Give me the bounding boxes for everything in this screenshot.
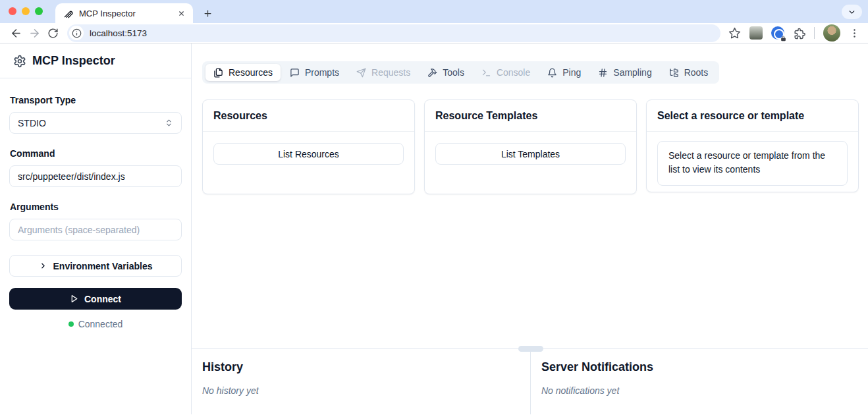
browser-toolbar: localhost:5173 (0, 23, 868, 43)
terminal-icon (481, 68, 491, 78)
tab-prompts[interactable]: Prompts (282, 64, 347, 81)
close-window-button[interactable] (9, 7, 16, 15)
back-icon[interactable] (7, 24, 25, 42)
tab-tools[interactable]: Tools (420, 64, 472, 81)
history-empty-text: No history yet (202, 385, 520, 396)
sidebar: MCP Inspector Transport Type STDIO Comma… (0, 43, 192, 414)
tab-label: Requests (371, 67, 410, 78)
arguments-label: Arguments (10, 202, 182, 212)
reload-icon[interactable] (43, 24, 62, 42)
address-bar[interactable]: localhost:5173 (67, 24, 720, 42)
tab-console[interactable]: Console (474, 64, 538, 81)
list-resources-button[interactable]: List Resources (213, 143, 404, 165)
tab-roots[interactable]: Roots (661, 64, 717, 81)
folder-tree-icon (669, 68, 679, 78)
minimize-window-button[interactable] (22, 7, 30, 15)
tab-sampling[interactable]: Sampling (590, 64, 659, 81)
command-label: Command (10, 148, 182, 159)
window-controls[interactable] (9, 7, 43, 15)
send-icon (356, 68, 366, 78)
forward-icon[interactable] (25, 24, 43, 42)
tab-label: Prompts (305, 67, 339, 78)
arguments-input[interactable] (9, 219, 182, 240)
maximize-window-button[interactable] (35, 7, 43, 15)
url-text[interactable]: localhost:5173 (90, 28, 147, 38)
connect-button[interactable]: Connect (9, 288, 182, 310)
resource-templates-panel: Resource Templates List Templates (424, 99, 637, 194)
message-square-icon (290, 68, 300, 78)
connect-label: Connect (84, 294, 121, 304)
lock-icon (780, 36, 786, 42)
onepassword-extension-icon[interactable] (771, 26, 784, 40)
tab-resources[interactable]: Resources (205, 64, 281, 81)
hammer-icon (427, 68, 437, 78)
hash-icon (598, 68, 608, 78)
transport-type-value: STDIO (18, 118, 46, 128)
chevrons-up-down-icon (165, 119, 173, 127)
play-icon (70, 294, 78, 303)
tab-label: Sampling (613, 67, 651, 78)
connected-dot-icon (68, 321, 74, 327)
app-title: MCP Inspector (32, 54, 115, 68)
new-tab-button[interactable] (199, 5, 216, 22)
main-tab-bar: Resources Prompts (202, 61, 719, 84)
list-templates-button[interactable]: List Templates (435, 143, 626, 165)
resources-panel-title: Resources (203, 100, 414, 132)
site-info-icon[interactable] (69, 26, 84, 40)
history-title: History (202, 360, 520, 374)
resize-drag-handle[interactable] (518, 346, 543, 352)
browser-tab[interactable]: MCP Inspector (55, 3, 193, 23)
mcp-logo-favicon (63, 8, 74, 18)
tab-label: Tools (443, 67, 464, 78)
tab-close-icon[interactable] (175, 7, 187, 19)
profile-avatar[interactable] (823, 24, 840, 42)
resource-viewer-panel: Select a resource or template Select a r… (646, 99, 859, 192)
bell-icon (547, 68, 557, 78)
chevron-right-icon (39, 262, 47, 270)
tab-requests[interactable]: Requests (348, 64, 418, 81)
command-input[interactable] (9, 165, 182, 187)
tab-label: Roots (684, 67, 709, 78)
connection-status: Connected (9, 319, 182, 329)
bookmark-star-icon[interactable] (728, 27, 741, 40)
tab-label: Console (497, 67, 530, 78)
browser-tab-title: MCP Inspector (79, 9, 170, 18)
toolbar-separator (814, 27, 815, 39)
server-notifications-panel: Server Notifications No notifications ye… (531, 349, 868, 414)
server-notifications-title: Server Notifications (541, 360, 857, 374)
history-panel: History No history yet (192, 349, 531, 414)
resources-panel: Resources List Resources (202, 99, 415, 194)
browser-menu-icon[interactable] (849, 28, 860, 39)
resource-viewer-title: Select a resource or template (647, 100, 858, 132)
gear-icon (13, 55, 26, 68)
tab-label: Resources (229, 67, 273, 78)
environment-variables-button[interactable]: Environment Variables (9, 255, 182, 277)
tab-ping[interactable]: Ping (539, 64, 589, 81)
tab-search-chevron-button[interactable] (842, 5, 862, 19)
resource-templates-panel-title: Resource Templates (425, 100, 636, 132)
tab-label: Ping (562, 67, 581, 78)
connection-status-text: Connected (78, 319, 123, 329)
bottom-panels: History No history yet Server Notificati… (192, 348, 868, 414)
files-icon (213, 68, 223, 78)
extension-photo-icon[interactable] (749, 26, 763, 40)
extensions-puzzle-icon[interactable] (793, 27, 805, 40)
browser-tabstrip: MCP Inspector (0, 0, 868, 23)
resource-viewer-message: Select a resource or template from the l… (657, 141, 848, 186)
transport-type-label: Transport Type (10, 95, 182, 105)
server-notifications-empty-text: No notifications yet (541, 385, 857, 396)
environment-variables-label: Environment Variables (53, 261, 153, 271)
transport-type-select[interactable]: STDIO (9, 112, 182, 134)
